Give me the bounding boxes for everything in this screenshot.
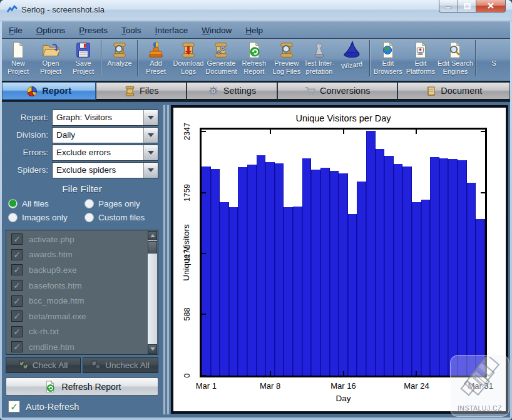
toolbar-label-edit-search-engines: Edit SearchEngines [438, 59, 473, 75]
radio-label: All files [22, 199, 49, 208]
file-row-awards-htm[interactable]: ✓awards.htm [6, 247, 147, 263]
toolbar-preview-log-files[interactable]: PreviewLog Files [270, 39, 303, 81]
select-row-report: Report:Graph: Visitors [2, 110, 162, 125]
y-tick-label: 1171 [183, 245, 192, 262]
menu-item-file[interactable]: File [2, 23, 29, 38]
toolbar-save-project[interactable]: SaveProject [67, 39, 100, 81]
toolbar-open-project[interactable]: OpenProject [34, 39, 67, 81]
toolbar-label-s: S [491, 59, 496, 68]
menu-item-help[interactable]: Help [238, 23, 270, 38]
radio-custom-files[interactable]: Custom files [84, 213, 157, 222]
radio-dot-icon[interactable] [84, 213, 94, 222]
check-all-icon [19, 361, 29, 370]
sidebar: Report:Graph: VisitorsDivision:DailyErro… [2, 102, 162, 417]
toolbar-label-test-inter-pretation: Test Inter-pretation [304, 59, 334, 75]
file-checkbox[interactable]: ✓ [11, 233, 23, 245]
close-button[interactable] [476, 0, 506, 13]
menu-item-tools[interactable]: Tools [115, 23, 148, 38]
toolbar-generate-document[interactable]: GenerateDocument [205, 39, 238, 81]
report-select[interactable]: Graph: Visitors [52, 110, 158, 126]
tab-settings[interactable]: Settings [187, 82, 277, 100]
division-select-arrow-button[interactable] [143, 128, 158, 143]
toolbar-separator [137, 40, 138, 76]
toolbar-download-logs[interactable]: DownloadLogs [172, 39, 205, 81]
file-checkbox[interactable]: ✓ [11, 295, 23, 307]
bar-mar-27 [439, 158, 449, 376]
file-list: ✓activate.php✓awards.htm✓backup9.exe✓bas… [6, 230, 158, 355]
toolbar-refresh-report[interactable]: RefreshReport [238, 39, 270, 81]
file-checkbox[interactable]: ✓ [11, 326, 23, 337]
radio-dot-icon[interactable] [84, 199, 94, 208]
x-tick-label: Mar 16 [330, 381, 356, 391]
auto-refresh-checkbox[interactable]: ✓ [8, 401, 20, 412]
radio-pages-only[interactable]: Pages only [84, 199, 157, 208]
radio-dot-icon[interactable] [8, 213, 18, 222]
file-list-scrollbar[interactable] [148, 231, 157, 354]
menu-item-presets[interactable]: Presets [72, 23, 115, 38]
toolbar-separator [101, 40, 102, 76]
scroll-down-button[interactable] [148, 344, 157, 354]
file-row-beta-mmail-exe[interactable]: ✓beta/mmail.exe [6, 309, 147, 324]
file-checkbox[interactable]: ✓ [11, 310, 23, 322]
tab-document[interactable]: Document [397, 82, 510, 100]
minimize-button[interactable] [439, 0, 458, 13]
file-row-cmdline-htm[interactable]: ✓cmdline.htm [6, 339, 147, 355]
x-tick-mark-top [416, 130, 417, 134]
refresh-report-button[interactable]: Refresh Report [6, 377, 158, 396]
bar-mar-5 [238, 167, 247, 376]
toolbar-edit-search-engines[interactable]: Edit SearchEngines [437, 39, 474, 81]
toolbar-edit-platforms[interactable]: EditPlatforms [404, 39, 437, 81]
radio-all-files[interactable]: All files [8, 199, 84, 208]
errors-select[interactable]: Exclude errors [52, 145, 158, 161]
tab-label-files: Files [140, 86, 159, 96]
blank-page-icon [9, 41, 28, 59]
open-folder-icon [41, 41, 60, 59]
spiders-select[interactable]: Exclude spiders [52, 162, 158, 178]
window-title: Serlog - screenshot.sla [21, 5, 105, 14]
select-label-report: Report: [2, 113, 52, 122]
tab-files[interactable]: Files [96, 82, 187, 100]
division-select[interactable]: Daily [52, 127, 158, 143]
menu-item-interface[interactable]: Interface [148, 23, 195, 38]
menu-item-window[interactable]: Window [195, 23, 238, 38]
scrollbar-thumb[interactable] [148, 241, 157, 254]
file-checkbox[interactable]: ✓ [11, 264, 23, 275]
radio-dot-icon[interactable] [8, 199, 18, 208]
uncheck-all-button[interactable]: Uncheck All [83, 357, 158, 373]
report-select-arrow-button[interactable] [143, 110, 158, 125]
bar-mar-9 [275, 163, 284, 376]
file-row-bcc-mode-htm[interactable]: ✓bcc_mode.htm [6, 293, 147, 309]
tab-conversions[interactable]: Conversions [277, 82, 397, 100]
file-checkbox[interactable]: ✓ [11, 341, 23, 352]
toolbar-analyze[interactable]: Analyze [103, 39, 136, 81]
file-checkbox[interactable]: ✓ [11, 280, 23, 291]
toolbar-new-project[interactable]: NewProject [2, 39, 34, 81]
toolbar: NewProjectOpenProjectSaveProjectAnalyzeA… [2, 38, 510, 81]
tab-report[interactable]: Report [2, 82, 96, 100]
check-all-button[interactable]: Check All [6, 357, 81, 373]
maximize-button[interactable] [458, 0, 476, 13]
radio-images-only[interactable]: Images only [8, 213, 84, 222]
file-row-ck-rh-txt[interactable]: ✓ck-rh.txt [6, 324, 147, 340]
sidebar-splitter[interactable] [162, 102, 170, 417]
toolbar-test-inter-pretation[interactable]: Test Inter-pretation [303, 39, 335, 81]
file-row-backup9-exe[interactable]: ✓backup9.exe [6, 262, 147, 278]
floppy-disk-icon [74, 41, 93, 59]
scroll-up-button[interactable] [148, 231, 157, 240]
toolbar-edit-browsers[interactable]: EditBrowsers [372, 39, 404, 81]
file-checkbox[interactable]: ✓ [11, 249, 23, 260]
menu-item-options[interactable]: Options [29, 23, 73, 38]
bar-mar-28 [448, 159, 458, 376]
toolbar-s[interactable]: S [478, 39, 510, 81]
errors-select-arrow-button[interactable] [143, 145, 158, 160]
file-row-basefonts-htm[interactable]: ✓basefonts.htm [6, 278, 147, 294]
spiders-select-arrow-button[interactable] [143, 163, 158, 178]
toolbar-wizard[interactable]: Wizard [335, 39, 368, 81]
y-tick-mark [202, 314, 206, 315]
bar-mar-8 [265, 162, 275, 376]
watermark-logo-icon [456, 357, 504, 401]
toolbar-add-preset[interactable]: AddPreset [140, 39, 172, 81]
auto-refresh-toggle[interactable]: ✓ Auto-Refresh [8, 401, 79, 412]
x-tick-label: Mar 1 [196, 381, 217, 391]
file-row-activate-php[interactable]: ✓activate.php [6, 232, 147, 247]
